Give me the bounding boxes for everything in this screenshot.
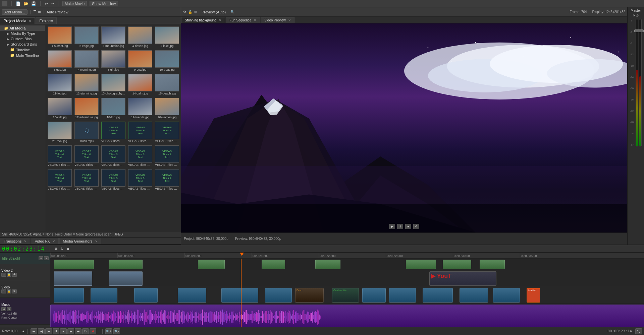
clip-music-main[interactable]: [50, 305, 644, 327]
video-lock-btn[interactable]: 🔒: [7, 289, 11, 293]
clip-video-11[interactable]: [423, 288, 453, 303]
icon-tl-loop[interactable]: ↻: [61, 247, 63, 251]
media-item-24[interactable]: VEGASTitles &TextVEGAS Titles & Text 45: [154, 121, 180, 144]
btn-fullscreen[interactable]: ⛶: [635, 328, 642, 334]
icon-rate-up[interactable]: ▲: [21, 329, 25, 333]
media-item-27[interactable]: VEGASTitles &TextVEGAS Titles & Text CRE…: [100, 144, 126, 168]
icon-new[interactable]: 📄: [16, 1, 21, 6]
media-item-22[interactable]: VEGASTitles &TextVEGAS Titles & Text 42: [100, 121, 126, 144]
tab-video-preview[interactable]: Video Preview ✕: [261, 17, 294, 23]
media-item-12[interactable]: 13-photography.jpg: [100, 73, 126, 96]
video2-fx-btn[interactable]: fx: [1, 273, 6, 277]
tab-stunning-bg[interactable]: Stunning background ✕: [181, 17, 225, 23]
media-item-26[interactable]: VEGASTitles &TextVEGAS Titles & Text BEA…: [73, 144, 100, 168]
clip-video-8[interactable]: Gradient We...: [332, 288, 359, 303]
tab-close-video-preview[interactable]: ✕: [288, 18, 291, 22]
media-item-18[interactable]: 19-friends.jpg: [127, 97, 153, 120]
make-movie-button[interactable]: Make Movie: [62, 1, 87, 6]
media-item-11[interactable]: 12-stunning.jpg: [73, 73, 100, 96]
media-item-8[interactable]: 9-sea.jpg: [127, 49, 153, 72]
timeline-ruler[interactable]: 00:00:00:00 00:00:05:00 00:00:10:00 00:0…: [50, 253, 644, 259]
clip-title-6[interactable]: [406, 260, 436, 269]
btn-goto-end[interactable]: ⏭: [75, 328, 82, 334]
icon-tl-snap[interactable]: ⊠: [55, 247, 57, 251]
icon-preview-lock[interactable]: 🔒: [188, 10, 192, 14]
music-solo-btn[interactable]: S: [7, 307, 11, 311]
media-item-23[interactable]: VEGASTitles &TextVEGAS Titles & Text 43: [127, 121, 153, 144]
clip-video-13[interactable]: [493, 288, 520, 303]
btn-play[interactable]: ▶: [45, 328, 52, 334]
stop-button[interactable]: ■: [405, 224, 411, 229]
title-mute-btn[interactable]: M: [39, 256, 43, 260]
master-fx-button[interactable]: fx ◎: [633, 14, 639, 17]
media-item-10[interactable]: 11-fog.jpg: [47, 73, 73, 96]
btn-loop[interactable]: ↻: [82, 328, 89, 334]
icon-undo[interactable]: ↩: [45, 1, 48, 6]
tree-item-media-by-type[interactable]: ▶ Media By Type: [0, 31, 45, 36]
btn-record[interactable]: ⏺: [90, 328, 96, 334]
clip-title-3[interactable]: [198, 260, 225, 269]
media-item-33[interactable]: VEGASTitles &TextVEGAS Titles & Text LAR…: [127, 168, 153, 191]
clip-video-3[interactable]: [134, 288, 158, 303]
media-item-28[interactable]: VEGASTitles &TextVEGAS Titles & Text DIR…: [127, 144, 153, 168]
clip-v2-2[interactable]: [109, 271, 143, 286]
tree-item-timeline[interactable]: 📁 Timeline: [0, 47, 45, 53]
clip-title-2[interactable]: [109, 260, 143, 269]
media-item-1[interactable]: 2-edge.jpg: [73, 25, 100, 49]
icon-preview-zoom[interactable]: 🔍: [230, 10, 234, 14]
btn-next-frame[interactable]: ▶: [67, 328, 74, 334]
video-eye-btn[interactable]: 👁: [12, 289, 17, 293]
tree-item-all-media[interactable]: 📁 All Media: [0, 25, 45, 31]
media-item-16[interactable]: 17-adventure.jpg: [73, 97, 100, 120]
media-item-21[interactable]: ♫Track.mp3: [73, 121, 100, 144]
media-item-31[interactable]: VEGASTitles &TextVEGAS Titles & Text EAS…: [73, 168, 100, 191]
music-mute-btn[interactable]: M: [1, 307, 6, 311]
clip-youtube[interactable]: ▶ YouT: [429, 271, 496, 286]
media-item-6[interactable]: 7-morning.jpg: [73, 49, 100, 72]
tab-transitions[interactable]: Transitions ✕: [0, 238, 30, 244]
loop-button[interactable]: ↺: [413, 224, 419, 229]
tab-media-generators[interactable]: Media Generators ✕: [59, 238, 101, 244]
tab-explorer[interactable]: Explorer: [36, 17, 57, 24]
clip-video-1[interactable]: [54, 288, 84, 303]
clip-video-5[interactable]: [221, 288, 258, 303]
media-item-19[interactable]: 20-women.jpg: [154, 97, 180, 120]
tab-close-stunning-bg[interactable]: ✕: [219, 18, 221, 22]
clip-video-2[interactable]: [91, 288, 117, 303]
btn-zoom-in[interactable]: 🔍+: [105, 328, 112, 334]
icon-thumb-view[interactable]: ⊞: [38, 10, 41, 14]
btn-prev-frame[interactable]: ◀: [38, 328, 45, 334]
btn-pause[interactable]: ⏸: [53, 328, 59, 334]
clip-title-5[interactable]: [315, 260, 340, 269]
tab-fun-sequence[interactable]: Fun Sequence ✕: [226, 17, 260, 23]
media-item-5[interactable]: 6-guy.jpg: [47, 49, 73, 72]
clip-inactive[interactable]: Inactive: [527, 288, 540, 303]
clip-title-1[interactable]: [54, 260, 94, 269]
media-item-0[interactable]: 1-sunset.jpg: [47, 25, 73, 49]
media-item-34[interactable]: VEGASTitles &TextVEGAS Titles & Text NAT…: [154, 168, 180, 191]
clip-title-4[interactable]: [262, 260, 285, 269]
media-item-2[interactable]: 3-mountains.jpg: [100, 25, 126, 49]
master-fader-left[interactable]: [636, 19, 638, 146]
media-item-32[interactable]: VEGASTitles &TextVEGAS Titles & Text IMP…: [100, 168, 126, 191]
media-item-29[interactable]: VEGASTitles &TextVEGAS Titles & Text DIS…: [154, 144, 180, 168]
video2-lock-btn[interactable]: 🔒: [7, 273, 11, 277]
icon-save[interactable]: 💾: [31, 1, 36, 6]
icon-preview-settings[interactable]: ⚙: [183, 10, 186, 14]
media-item-4[interactable]: 5-lake.jpg: [154, 25, 180, 49]
pause-button[interactable]: ⏸: [397, 224, 403, 229]
clip-v2-1[interactable]: [54, 271, 92, 286]
tab-close-transitions[interactable]: ✕: [24, 240, 26, 243]
clip-video-6[interactable]: [265, 288, 292, 303]
clip-title-7[interactable]: [443, 260, 471, 269]
clip-video-4[interactable]: [178, 288, 206, 303]
tree-item-custom-bins[interactable]: ▶ Custom Bins: [0, 36, 45, 42]
tab-close-media-generators[interactable]: ✕: [95, 240, 98, 243]
icon-list-view[interactable]: ☰: [33, 10, 37, 14]
master-knob-right[interactable]: [638, 29, 644, 32]
tab-project-media[interactable]: Project Media ✕: [0, 17, 35, 24]
play-button[interactable]: ▶: [389, 224, 395, 229]
add-media-button[interactable]: Add Media...: [2, 9, 28, 15]
tree-item-main-timeline[interactable]: 📁 Main Timeline: [0, 53, 45, 58]
icon-redo[interactable]: ↪: [51, 1, 54, 6]
